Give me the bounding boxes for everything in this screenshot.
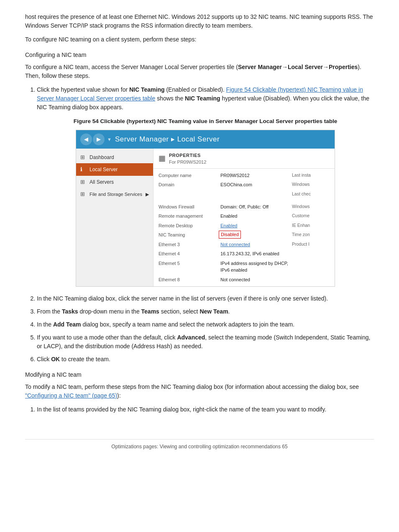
- extra-ethernet5: [292, 259, 330, 275]
- sidebar-item-label-dashboard: Dashboard: [90, 154, 114, 161]
- spacer1: [159, 199, 330, 202]
- modifying-link[interactable]: "Configuring a NIC team" (page 65): [25, 392, 117, 399]
- sidebar-item-label-local-server: Local Server: [90, 166, 118, 173]
- properties-header: ▦ PROPERTIES For PR09WS2012: [153, 149, 335, 169]
- p3-bold: Server Manager→Local Server→Properties: [238, 64, 358, 70]
- sidebar-item-dashboard[interactable]: ⊞ Dashboard: [76, 151, 153, 164]
- label-spacer1: [159, 190, 217, 198]
- step6-ok: OK: [51, 356, 60, 362]
- step3-newteam: New Team: [200, 308, 228, 315]
- step1-text: Click the hypertext value shown for NIC …: [37, 86, 369, 111]
- intro-p2: To configure NIC teaming on a client sys…: [25, 35, 374, 44]
- value-ethernet5: IPv4 address assigned by DHCP, IPv6 enab…: [219, 259, 290, 275]
- step-3: From the Tasks drop-down menu in the Tea…: [37, 307, 374, 316]
- file-storage-icon: ⊞: [80, 190, 87, 198]
- extra-remote-desktop: IE Enhan: [292, 221, 330, 230]
- chevron-right-icon: ▶: [146, 191, 149, 198]
- value-ethernet8: Not connected: [219, 275, 290, 284]
- value-domain: ESOChina.com: [219, 180, 290, 189]
- properties-header-text: PROPERTIES For PR09WS2012: [169, 152, 206, 166]
- extra-domain: Windows: [292, 180, 330, 189]
- extra-computer-name: Last insta: [292, 171, 330, 180]
- value-remote-mgmt: Enabled: [219, 212, 290, 221]
- properties-icon: ▦: [159, 153, 166, 164]
- figure-container: ◀ ▶ ▼ Server Manager ▸ Local Server ⊞ Da…: [76, 130, 335, 287]
- sidebar-item-label-file-storage: File and Storage Services: [90, 191, 142, 198]
- steps-list: Click the hypertext value shown for NIC …: [25, 85, 374, 287]
- sidebar: ⊞ Dashboard ℹ Local Server ⊞ All Servers…: [76, 149, 153, 286]
- label-windows-firewall: Windows Firewall: [159, 203, 217, 211]
- value-ethernet3: Not connected: [219, 240, 290, 249]
- modifying-step-1: In the list of teams provided by the NIC…: [37, 405, 374, 414]
- properties-subtitle: For PR09WS2012: [169, 159, 206, 166]
- properties-table: Computer name PR09WS2012 Last insta Doma…: [153, 169, 335, 286]
- step4-addteam: Add Team: [53, 321, 81, 328]
- step-5: If you want to use a mode other than the…: [37, 333, 374, 351]
- step5-advanced: Advanced: [177, 334, 205, 341]
- extra-nic-teaming: Time zon: [292, 231, 330, 239]
- label-remote-desktop: Remote Desktop: [159, 221, 217, 230]
- label-ethernet4: Ethernet 4: [159, 249, 217, 258]
- sm-body: ⊞ Dashboard ℹ Local Server ⊞ All Servers…: [76, 149, 335, 286]
- forward-button[interactable]: ▶: [93, 134, 105, 145]
- step3-tasks: Tasks: [62, 308, 78, 315]
- properties-title: PROPERTIES: [169, 152, 206, 159]
- server-manager-titlebar: ◀ ▶ ▼ Server Manager ▸ Local Server: [76, 130, 335, 149]
- section-heading-modifying: Modifying a NIC team: [25, 370, 374, 379]
- step-6: Click OK to create the team.: [37, 355, 374, 364]
- all-servers-icon: ⊞: [80, 178, 87, 186]
- value-remote-desktop[interactable]: Enabled: [219, 221, 290, 230]
- figure-label: Figure 54 Clickable (hypertext) NIC Team…: [37, 118, 374, 126]
- value-computer-name: PR09WS2012: [219, 171, 290, 180]
- step1-bold2: NIC Teaming: [185, 95, 220, 102]
- footer-text: Optimizations pages: Viewing and control…: [111, 444, 287, 450]
- value-spacer1: [219, 190, 290, 198]
- extra-ethernet4: [292, 249, 330, 258]
- section-heading-configuring: Configuring a NIC team: [25, 51, 374, 59]
- value-ethernet4: 16.173.243.32, IPv6 enabled: [219, 249, 290, 258]
- label-ethernet5: Ethernet 5: [159, 259, 217, 275]
- label-computer-name: Computer name: [159, 171, 217, 180]
- extra-windows-firewall: Windows: [292, 203, 330, 211]
- value-nic-teaming[interactable]: Disabled: [219, 231, 241, 239]
- intro-p3: To configure a NIC team, access the Serv…: [25, 63, 374, 80]
- window-title: Server Manager ▸ Local Server: [115, 134, 220, 145]
- label-ethernet8: Ethernet 8: [159, 275, 217, 284]
- steps-list-after: In the NIC Teaming dialog box, click the…: [25, 294, 374, 364]
- back-button[interactable]: ◀: [80, 134, 92, 145]
- local-server-icon: ℹ: [80, 165, 87, 174]
- label-remote-mgmt: Remote management: [159, 212, 217, 221]
- sidebar-item-all-servers[interactable]: ⊞ All Servers: [76, 176, 153, 188]
- label-ethernet3: Ethernet 3: [159, 240, 217, 249]
- label-nic-teaming: NIC Teaming: [159, 231, 217, 239]
- value-windows-firewall: Domain: Off, Public: Off: [219, 203, 290, 211]
- nav-buttons: ◀ ▶ ▼: [80, 134, 112, 145]
- main-content: ▦ PROPERTIES For PR09WS2012 Computer nam…: [153, 149, 335, 286]
- modifying-p1: To modify a NIC team, perform these step…: [25, 383, 374, 400]
- intro-p1: host requires the presence of at least o…: [25, 13, 374, 30]
- extra-ethernet3: Product I: [292, 240, 330, 249]
- extra-ethernet8: [292, 275, 330, 284]
- page-footer: Optimizations pages: Viewing and control…: [25, 439, 374, 450]
- extra-spacer1: Last chec: [292, 190, 330, 198]
- sidebar-item-label-all-servers: All Servers: [90, 178, 114, 186]
- sidebar-item-file-storage[interactable]: ⊞ File and Storage Services ▶: [76, 188, 153, 200]
- step-4: In the Add Team dialog box, specify a te…: [37, 320, 374, 329]
- step1-bold1: NIC Teaming: [129, 86, 165, 93]
- label-domain: Domain: [159, 180, 217, 189]
- nav-arrow: ▼: [107, 136, 112, 143]
- step-2: In the NIC Teaming dialog box, click the…: [37, 294, 374, 303]
- dashboard-icon: ⊞: [80, 153, 87, 162]
- step3-teams: Teams: [141, 308, 159, 315]
- modifying-steps: In the list of teams provided by the NIC…: [25, 405, 374, 414]
- sidebar-item-local-server[interactable]: ℹ Local Server: [76, 163, 153, 176]
- step-1: Click the hypertext value shown for NIC …: [37, 85, 374, 287]
- extra-remote-mgmt: Custome: [292, 212, 330, 221]
